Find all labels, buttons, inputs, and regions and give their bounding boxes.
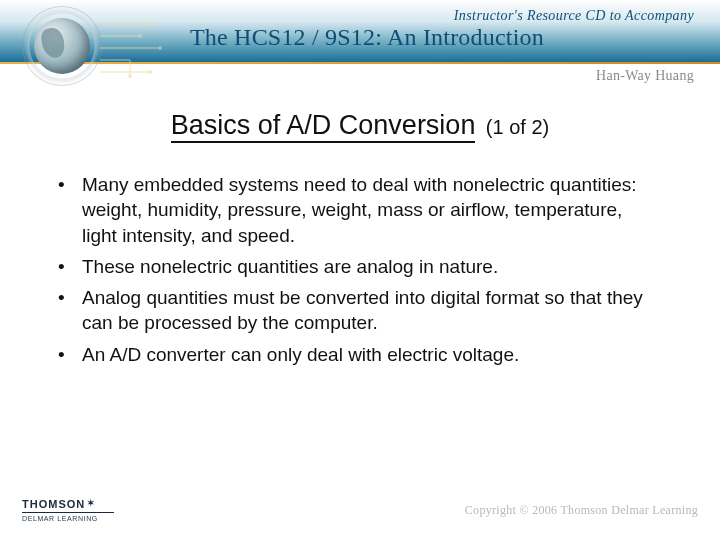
svg-point-10	[148, 70, 152, 74]
slide: Instructor's Resource CD to Accompany Th…	[0, 0, 720, 540]
header-suptitle: Instructor's Resource CD to Accompany	[454, 8, 694, 24]
bullet-item: These nonelectric quantities are analog …	[54, 254, 660, 279]
circuit-icon	[100, 14, 172, 84]
svg-point-3	[138, 34, 142, 38]
bullet-list: Many embedded systems need to deal with …	[54, 172, 660, 373]
header: Instructor's Resource CD to Accompany Th…	[0, 0, 720, 92]
svg-point-8	[128, 74, 132, 78]
slide-title-suffix: (1 of 2)	[486, 116, 549, 138]
publisher-brand: THOMSON	[22, 498, 85, 510]
bullet-text: An A/D converter can only deal with elec…	[82, 344, 519, 365]
svg-point-1	[150, 22, 154, 26]
bullet-text: These nonelectric quantities are analog …	[82, 256, 498, 277]
bullet-item: An A/D converter can only deal with elec…	[54, 342, 660, 367]
slide-title: Basics of A/D Conversion	[171, 110, 476, 143]
publisher-sub: DELMAR LEARNING	[22, 515, 114, 522]
globe-icon	[22, 6, 102, 86]
svg-point-5	[158, 46, 162, 50]
star-icon: ✶	[87, 498, 96, 508]
slide-title-row: Basics of A/D Conversion (1 of 2)	[0, 110, 720, 141]
publisher-logo: THOMSON✶ DELMAR LEARNING	[22, 498, 114, 522]
header-title: The HCS12 / 9S12: An Introduction	[190, 24, 544, 51]
bullet-item: Analog quantities must be converted into…	[54, 285, 660, 336]
copyright: Copyright © 2006 Thomson Delmar Learning	[465, 503, 698, 518]
logo-rule	[22, 512, 114, 513]
bullet-item: Many embedded systems need to deal with …	[54, 172, 660, 248]
header-author: Han-Way Huang	[596, 68, 694, 84]
bullet-text: Many embedded systems need to deal with …	[82, 174, 636, 246]
bullet-text: Analog quantities must be converted into…	[82, 287, 643, 333]
